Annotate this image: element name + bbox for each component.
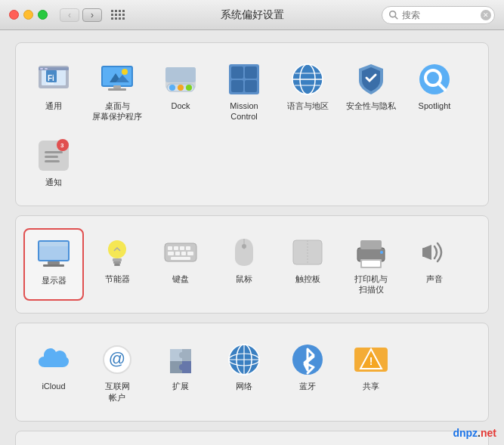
search-input[interactable]: [402, 10, 478, 20]
pref-security[interactable]: 安全性与隐私: [341, 55, 401, 128]
pref-printers[interactable]: 打印机与扫描仪: [341, 228, 401, 301]
section-hardware: 显示器 节能器: [15, 215, 489, 314]
mission-label: MissionControl: [230, 100, 258, 122]
search-icon: [388, 10, 399, 20]
section-system: 用户与群组 家长控制: [15, 431, 489, 445]
keyboard-label: 键盘: [172, 273, 189, 284]
svg-point-65: [242, 244, 246, 249]
section-internet-items: iCloud @ 互联网帐户: [23, 335, 481, 409]
mission-icon: [226, 61, 262, 97]
trackpad-icon: [289, 234, 326, 270]
pref-keyboard[interactable]: 键盘: [150, 228, 211, 301]
svg-point-49: [108, 240, 126, 258]
forward-button[interactable]: ›: [82, 8, 102, 22]
pref-general[interactable]: Fi New 通用: [23, 55, 84, 128]
trackpad-label: 触控板: [295, 273, 320, 284]
spotlight-label: Spotlight: [419, 100, 451, 111]
pref-bluetooth[interactable]: 蓝牙: [277, 335, 338, 409]
dock-icon: [162, 61, 199, 97]
pref-mouse[interactable]: 鼠标: [214, 228, 274, 301]
pref-mission[interactable]: MissionControl: [214, 55, 274, 128]
section-personal-items: Fi New 通用: [23, 55, 481, 193]
mouse-icon: [226, 234, 262, 270]
traffic-lights: [9, 10, 48, 20]
section-personal: Fi New 通用: [15, 42, 489, 206]
svg-rect-6: [45, 68, 48, 70]
pref-network[interactable]: 网络: [214, 335, 274, 409]
network-label: 网络: [236, 381, 252, 391]
svg-rect-15: [113, 85, 121, 88]
svg-rect-41: [45, 151, 63, 153]
svg-rect-61: [181, 252, 186, 255]
svg-rect-5: [40, 68, 43, 70]
svg-rect-59: [168, 252, 174, 255]
svg-rect-46: [39, 242, 68, 246]
pref-sharing[interactable]: ! 共享: [341, 335, 401, 409]
search-clear-button[interactable]: ✕: [481, 10, 491, 20]
pref-icloud[interactable]: iCloud: [23, 335, 84, 409]
close-button[interactable]: [9, 10, 19, 20]
pref-notifications[interactable]: 3 通知: [23, 131, 84, 193]
svg-rect-51: [113, 261, 121, 264]
svg-text:!: !: [369, 355, 373, 367]
svg-text:New: New: [46, 81, 54, 85]
keyboard-icon: [162, 234, 199, 270]
svg-rect-47: [48, 261, 60, 264]
svg-point-74: [380, 251, 383, 254]
grid-view-button[interactable]: [108, 8, 128, 22]
svg-point-14: [122, 69, 128, 75]
svg-point-0: [390, 11, 396, 17]
watermark-dn: dnpz: [453, 427, 478, 439]
mouse-label: 鼠标: [236, 273, 252, 284]
pref-energy[interactable]: 节能器: [87, 228, 147, 301]
titlebar: ‹ › 系统偏好设置 ✕: [0, 0, 504, 30]
search-bar[interactable]: ✕: [382, 6, 495, 24]
pref-language[interactable]: 语言与地区: [277, 55, 338, 128]
pref-internet[interactable]: @ 互联网帐户: [87, 335, 147, 409]
sound-icon: [416, 234, 453, 270]
pref-spotlight[interactable]: Spotlight: [404, 55, 465, 128]
dock-label: Dock: [171, 100, 190, 111]
pref-extensions[interactable]: 扩展: [150, 335, 211, 409]
general-label: 通用: [45, 100, 62, 111]
language-label: 语言与地区: [287, 100, 329, 111]
svg-rect-48: [43, 264, 64, 267]
svg-point-21: [178, 85, 184, 91]
maximize-button[interactable]: [38, 10, 48, 20]
pref-dock[interactable]: Dock: [150, 55, 211, 128]
bluetooth-label: 蓝牙: [299, 381, 316, 391]
printers-icon: [353, 234, 389, 270]
svg-rect-71: [360, 240, 382, 249]
svg-rect-52: [114, 264, 120, 266]
svg-rect-57: [180, 246, 184, 250]
svg-rect-23: [165, 67, 196, 82]
extensions-label: 扩展: [172, 381, 189, 391]
svg-rect-73: [362, 261, 380, 267]
pref-desktop[interactable]: 桌面与屏幕保护程序: [87, 55, 147, 128]
notifications-label: 通知: [45, 177, 62, 187]
security-icon: [353, 61, 389, 97]
pref-displays[interactable]: 显示器: [23, 228, 84, 301]
svg-rect-62: [187, 252, 193, 255]
pref-trackpad[interactable]: 触控板: [277, 228, 338, 301]
watermark: dnpz.net: [453, 427, 496, 439]
svg-rect-16: [108, 88, 126, 91]
svg-text:@: @: [109, 349, 125, 368]
back-button[interactable]: ‹: [60, 8, 79, 22]
svg-rect-56: [174, 246, 178, 250]
svg-rect-25: [231, 66, 243, 79]
energy-label: 节能器: [105, 273, 130, 284]
svg-rect-58: [186, 246, 190, 250]
network-icon: [226, 341, 262, 378]
svg-rect-43: [45, 160, 60, 162]
minimize-button[interactable]: [23, 10, 33, 20]
svg-rect-42: [45, 156, 58, 158]
sharing-icon: !: [353, 341, 389, 378]
pref-sound[interactable]: 声音: [404, 228, 465, 301]
svg-rect-60: [175, 252, 180, 255]
svg-text:3: 3: [60, 142, 64, 149]
internet-icon: @: [99, 341, 135, 378]
displays-icon: [36, 236, 72, 272]
internet-label: 互联网帐户: [105, 381, 130, 403]
svg-point-22: [186, 85, 192, 91]
